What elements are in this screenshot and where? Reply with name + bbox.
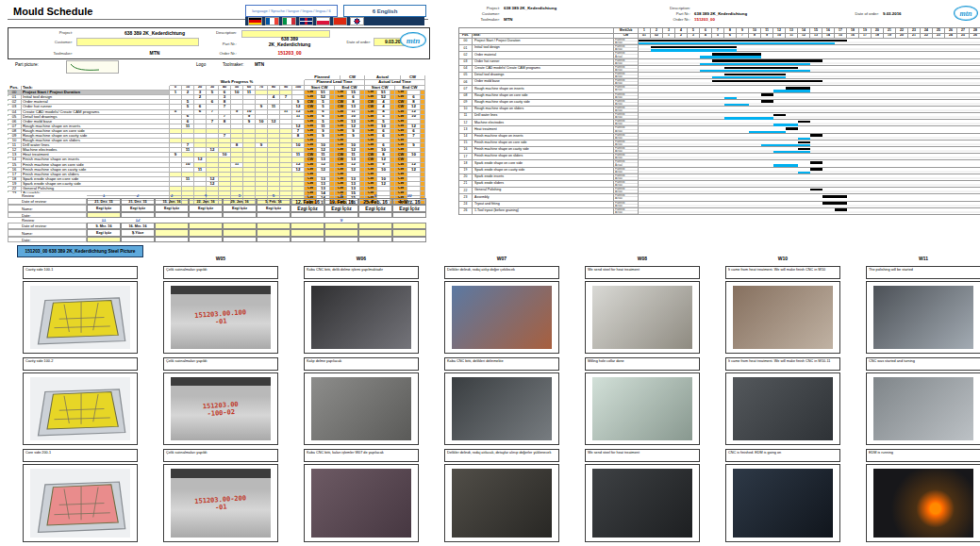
- review-name-cell[interactable]: [324, 229, 358, 237]
- gantt-task-cell: 1.Tool tryout (before graining): [473, 208, 614, 215]
- gantt-pos-cell: 05: [459, 73, 473, 79]
- gantt-bar-area: [639, 93, 980, 100]
- review-name-cell: Ezgi İçöz: [121, 205, 155, 212]
- gantt-bar-area: [639, 202, 980, 208]
- gantt-bar-area: [639, 52, 980, 58]
- photo-caption: Çelik satınalmaları yapıldı: [163, 266, 278, 279]
- photo-cell: [304, 281, 419, 354]
- actual-sublabel: Actual: [614, 137, 638, 140]
- actual-sublabel: Actual: [614, 130, 638, 133]
- photo-cell: [444, 372, 559, 445]
- review-name-cell[interactable]: [392, 229, 426, 237]
- toolmaker-line-value: MTN: [255, 62, 264, 67]
- gantt-row: 13Heat treatmentPlannedActual: [459, 126, 980, 133]
- review-name-cell: Ezgi İçöz: [155, 205, 189, 212]
- review-name-label: Name:: [8, 229, 87, 237]
- gantt-task-cell: Spark erode shape on cavity side: [473, 168, 614, 174]
- customer-label: Customer:: [18, 40, 73, 44]
- review-name-cell: Ezgi İçöz: [257, 205, 291, 212]
- italy-flag[interactable]: [282, 17, 296, 25]
- steel-picture-title: 151203_00 638 389 2K_Kederdichtung Steel…: [17, 245, 143, 257]
- planned-actual-labels: PlannedActual: [614, 208, 639, 215]
- gantt-row: 15Finish machine shape on core sidePlann…: [459, 141, 980, 147]
- review-date-cell[interactable]: [257, 223, 291, 229]
- photo-caption: Kaba CNC bitti, delik delme işlemi yapıl…: [304, 266, 419, 279]
- language-english-button[interactable]: 6 English: [343, 5, 426, 17]
- gantt-pos-cell: 04: [459, 66, 473, 73]
- actual-sublabel: Actual: [614, 48, 638, 51]
- uk-flag[interactable]: [299, 17, 313, 25]
- photo-cell: [444, 464, 559, 542]
- gantt-date-label: Date of order:: [834, 11, 879, 16]
- review-date-cell: 21. Dez. 15: [87, 198, 121, 205]
- steel-block-label: 151203.00-200 -01: [169, 465, 274, 540]
- review-date2-cell: [189, 237, 223, 242]
- review-date2-cell: [155, 237, 189, 242]
- gantt-actual-bar: [651, 49, 737, 51]
- planned-actual-labels: PlannedActual: [614, 107, 639, 113]
- gantt-actual-bar: [712, 76, 786, 78]
- planned-actual-labels: PlannedActual: [614, 52, 639, 58]
- review-date-cell: 15. Jan. 16: [155, 198, 189, 205]
- gantt-pos-cell: 15: [459, 141, 473, 147]
- actual-sublabel: Actual: [614, 75, 638, 78]
- poland-flag[interactable]: [316, 17, 330, 25]
- gantt-bar-area: [639, 100, 980, 107]
- gantt-pos-cell: 08: [459, 93, 473, 100]
- gantt-planned-bar: [810, 134, 822, 136]
- germany-flag[interactable]: [248, 17, 262, 25]
- actual-sublabel: Actual: [614, 69, 638, 72]
- china-flag[interactable]: [333, 17, 347, 25]
- gantt-task-cell: Initial tool design: [473, 45, 614, 52]
- gantt-pos-cell: 22: [459, 188, 473, 194]
- france-flag[interactable]: [265, 17, 279, 25]
- review-date-cell[interactable]: [189, 223, 223, 229]
- gantt-planned-bar: [835, 208, 847, 210]
- photo-cell: [585, 464, 700, 542]
- gantt-row: 20Spark erode insertsPlannedActual: [459, 174, 980, 181]
- customer-field[interactable]: [76, 38, 199, 46]
- review-date-cell[interactable]: [155, 223, 189, 229]
- review-date-cell[interactable]: [291, 223, 324, 229]
- gantt-bar-area: [639, 39, 980, 45]
- review-name-cell: Ezgi İçöz: [291, 205, 324, 212]
- gantt-mtn-logo: mtn: [954, 6, 978, 21]
- review-name-cell[interactable]: [223, 229, 257, 237]
- actual-sublabel: Actual: [614, 55, 638, 58]
- gantt-actual-bar: [700, 63, 810, 65]
- photo-cell: [585, 372, 700, 445]
- review-date2-row: Date:: [8, 237, 428, 242]
- gantt-bar-area: [639, 147, 980, 154]
- gantt-bar-area: [639, 73, 980, 79]
- planned-actual-labels: PlannedActual: [614, 100, 639, 107]
- review-name-cell[interactable]: [257, 229, 291, 237]
- review-date-cell[interactable]: [324, 223, 358, 229]
- edm-image: [873, 469, 973, 538]
- gantt-task-cell: Machine electrodes: [473, 120, 614, 126]
- review-name-cell[interactable]: [291, 229, 324, 237]
- review-date-cell[interactable]: [392, 223, 426, 229]
- steel-image: 151203.00-200 -01: [171, 469, 271, 538]
- gantt-pos-cell: 17: [459, 154, 473, 160]
- actual-sublabel: Actual: [614, 150, 638, 153]
- gantt-pos-cell: 06: [459, 79, 473, 86]
- korea-flag[interactable]: [350, 17, 364, 25]
- actual-sublabel: Actual: [614, 41, 638, 44]
- planned-actual-labels: PlannedActual: [614, 174, 639, 181]
- review-name-cell[interactable]: [358, 229, 392, 237]
- review-date-cell[interactable]: [223, 223, 257, 229]
- gantt-actual-bar: [749, 131, 786, 133]
- photo-caption: Çelik satınalmaları yapıldı: [163, 357, 278, 371]
- gantt-planned-bar: [761, 100, 773, 102]
- review-name-cell[interactable]: [155, 229, 189, 237]
- review-date2-cell: [291, 237, 324, 242]
- review-date-cell[interactable]: [358, 223, 392, 229]
- review-date2-cell: [121, 237, 155, 242]
- gantt-row: 04Create CAD models/ Create CAM programs…: [459, 66, 980, 73]
- part-nr-value-line2: 2K_Kederdichtung: [249, 41, 330, 47]
- review-name-cell[interactable]: [189, 229, 223, 237]
- photo-column-header: W05: [163, 256, 278, 261]
- gantt-row: 261.Tool tryout (before graining)Planned…: [459, 208, 980, 215]
- review-date2-cell[interactable]: [87, 237, 121, 242]
- toolmaker-line-label: Toolmaker:: [223, 62, 243, 67]
